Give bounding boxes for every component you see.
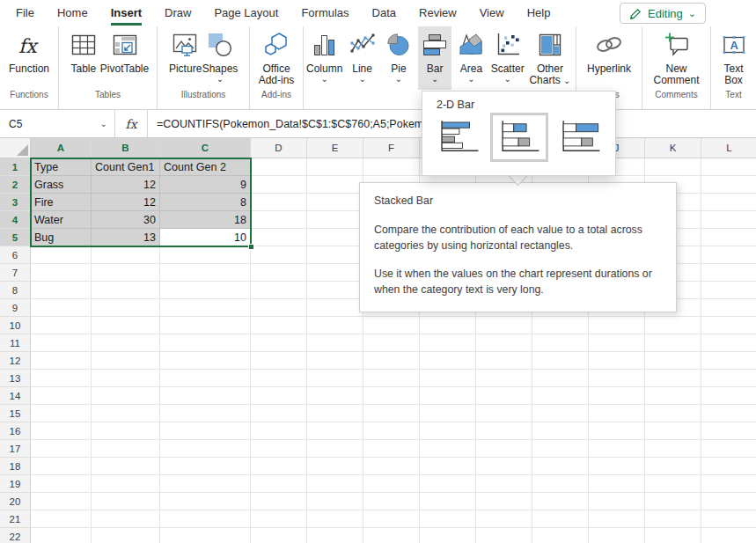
cell-J19[interactable]	[589, 475, 645, 493]
other-charts-button[interactable]: Other Charts ⌄	[527, 26, 573, 87]
cell-D4[interactable]	[251, 211, 307, 229]
cell-H13[interactable]	[476, 370, 532, 387]
column-header-K[interactable]: K	[645, 138, 701, 158]
cell-D8[interactable]	[251, 282, 307, 299]
cell-F16[interactable]	[363, 422, 420, 440]
cell-K18[interactable]	[645, 458, 701, 475]
row-header-13[interactable]: 13	[0, 370, 31, 387]
column-header-F[interactable]: F	[363, 138, 420, 158]
row-header-17[interactable]: 17	[0, 440, 31, 458]
cell-A5[interactable]: Bug	[31, 229, 92, 246]
cell-A17[interactable]	[31, 440, 92, 458]
cell-J16[interactable]	[589, 422, 645, 440]
select-all-corner[interactable]	[0, 138, 31, 158]
cell-I10[interactable]	[532, 317, 589, 334]
cell-B3[interactable]: 12	[92, 194, 160, 211]
cell-B2[interactable]: 12	[92, 176, 160, 194]
cell-F17[interactable]	[363, 440, 420, 458]
cell-F10[interactable]	[363, 317, 420, 334]
cell-D20[interactable]	[251, 493, 307, 510]
cell-F1[interactable]	[363, 158, 420, 176]
cell-C22[interactable]	[160, 528, 251, 543]
cell-H22[interactable]	[476, 528, 532, 543]
cell-I16[interactable]	[532, 422, 589, 440]
column-header-B[interactable]: B	[92, 138, 160, 158]
tab-data[interactable]: Data	[361, 0, 407, 26]
cell-G13[interactable]	[420, 370, 476, 387]
cell-H21[interactable]	[476, 510, 532, 528]
row-header-16[interactable]: 16	[0, 422, 31, 440]
cell-A19[interactable]	[31, 475, 92, 493]
cell-E21[interactable]	[307, 510, 363, 528]
row-header-5[interactable]: 5	[0, 229, 31, 246]
cell-L6[interactable]	[701, 246, 756, 264]
cell-E2[interactable]	[307, 176, 363, 194]
cell-E22[interactable]	[307, 528, 363, 543]
editing-mode-button[interactable]: Editing ⌄	[620, 3, 706, 24]
cell-B16[interactable]	[92, 422, 160, 440]
cell-A22[interactable]	[31, 528, 92, 543]
cell-B7[interactable]	[92, 264, 160, 282]
cell-A16[interactable]	[31, 422, 92, 440]
cell-I20[interactable]	[532, 493, 589, 510]
column-header-L[interactable]: L	[701, 138, 756, 158]
cell-H17[interactable]	[476, 440, 532, 458]
cell-C18[interactable]	[160, 458, 251, 475]
row-header-4[interactable]: 4	[0, 211, 31, 229]
cell-B17[interactable]	[92, 440, 160, 458]
cell-L14[interactable]	[701, 387, 756, 405]
cell-L7[interactable]	[701, 264, 756, 282]
option-clustered-bar[interactable]	[429, 113, 488, 162]
cell-G17[interactable]	[420, 440, 476, 458]
cell-K1[interactable]	[645, 158, 701, 176]
cell-I18[interactable]	[532, 458, 589, 475]
row-header-2[interactable]: 2	[0, 176, 31, 194]
cell-B20[interactable]	[92, 493, 160, 510]
cell-A13[interactable]	[31, 370, 92, 387]
cell-C10[interactable]	[160, 317, 251, 334]
row-header-12[interactable]: 12	[0, 352, 31, 370]
cell-B19[interactable]	[92, 475, 160, 493]
cell-C3[interactable]: 8	[160, 194, 251, 211]
row-header-20[interactable]: 20	[0, 493, 31, 510]
cell-I14[interactable]	[532, 387, 589, 405]
cell-J18[interactable]	[589, 458, 645, 475]
row-header-7[interactable]: 7	[0, 264, 31, 282]
shapes-button[interactable]: Shapes ⌄	[202, 26, 239, 87]
cell-I21[interactable]	[532, 510, 589, 528]
row-header-8[interactable]: 8	[0, 282, 31, 299]
cell-I15[interactable]	[532, 405, 589, 422]
cell-D6[interactable]	[251, 246, 307, 264]
row-header-22[interactable]: 22	[0, 528, 31, 543]
column-header-A[interactable]: A	[31, 138, 92, 158]
cell-L21[interactable]	[701, 510, 756, 528]
row-header-10[interactable]: 10	[0, 317, 31, 334]
cell-H15[interactable]	[476, 405, 532, 422]
option-100-stacked-bar[interactable]	[551, 113, 609, 162]
table-button[interactable]: Table	[67, 26, 100, 87]
cell-E15[interactable]	[307, 405, 363, 422]
cell-K21[interactable]	[645, 510, 701, 528]
cell-A2[interactable]: Grass	[31, 176, 92, 194]
cell-G20[interactable]	[420, 493, 476, 510]
cell-J14[interactable]	[589, 387, 645, 405]
cell-C9[interactable]	[160, 299, 251, 317]
cell-H11[interactable]	[476, 334, 532, 352]
cell-F21[interactable]	[363, 510, 420, 528]
cell-K13[interactable]	[645, 370, 701, 387]
cell-L11[interactable]	[701, 334, 756, 352]
cell-C11[interactable]	[160, 334, 251, 352]
cell-B5[interactable]: 13	[92, 229, 160, 246]
cell-A1[interactable]: Type	[31, 158, 92, 176]
cell-L15[interactable]	[701, 405, 756, 422]
cell-G18[interactable]	[420, 458, 476, 475]
insert-function-button[interactable]: fx	[115, 110, 148, 137]
tab-insert[interactable]: Insert	[99, 0, 153, 26]
cell-H14[interactable]	[476, 387, 532, 405]
cell-B9[interactable]	[92, 299, 160, 317]
row-header-21[interactable]: 21	[0, 510, 31, 528]
cell-I11[interactable]	[532, 334, 589, 352]
cell-E7[interactable]	[307, 264, 363, 282]
cell-C14[interactable]	[160, 387, 251, 405]
cell-G15[interactable]	[420, 405, 476, 422]
